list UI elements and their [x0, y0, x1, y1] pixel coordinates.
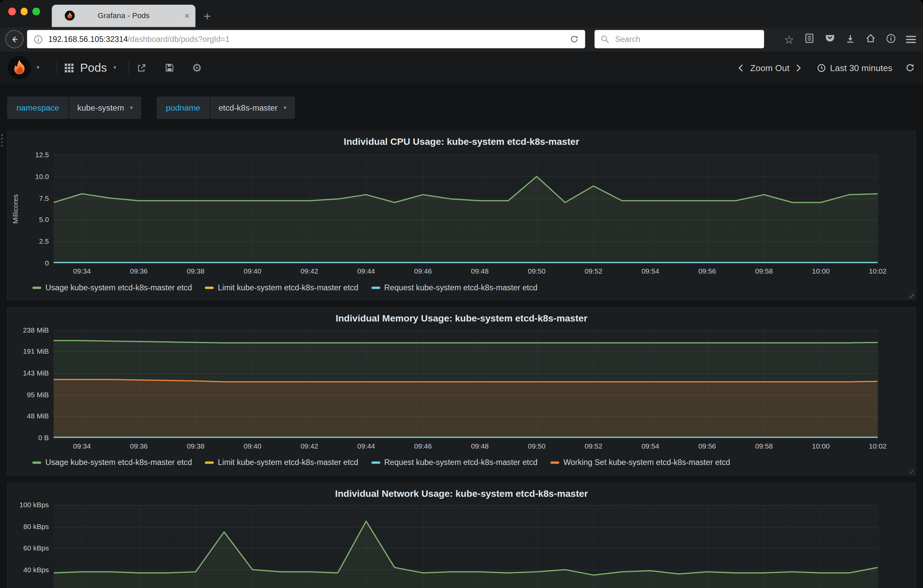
time-pan-left-button[interactable]: [734, 63, 747, 72]
legend-series-color: [371, 461, 380, 464]
legend-item[interactable]: Limit kube-system etcd-k8s-master etcd: [205, 458, 358, 467]
y-tick-label: 0: [12, 259, 49, 267]
chevron-down-icon: ▾: [36, 65, 39, 71]
share-dashboard-button[interactable]: [136, 52, 146, 84]
navbar-divider: [56, 61, 57, 75]
save-dashboard-button[interactable]: [165, 52, 174, 84]
dashboard-settings-button[interactable]: ⚙: [192, 52, 202, 84]
chart-canvas: [54, 505, 878, 588]
x-tick-label: 09:44: [357, 267, 375, 275]
panel-title[interactable]: Individual CPU Usage: kube-system etcd-k…: [8, 136, 915, 147]
chart-plot-area[interactable]: 100 kBps80 kBps60 kBps40 kBps09:3409:360…: [54, 505, 878, 588]
close-window-button[interactable]: [8, 8, 16, 15]
y-tick-label: 95 MiB: [12, 391, 49, 399]
x-tick-label: 09:34: [73, 442, 91, 450]
legend-item[interactable]: Usage kube-system etcd-k8s-master etcd: [33, 283, 192, 292]
x-tick-label: 10:02: [869, 442, 887, 450]
legend-series-color: [205, 461, 214, 464]
panel-memory: Individual Memory Usage: kube-system etc…: [7, 308, 916, 476]
legend-item[interactable]: Working Set kube-system etcd-k8s-master …: [550, 458, 730, 467]
x-tick-label: 09:54: [642, 267, 659, 275]
grafana-navbar: ▾ Pods ▾ ⚙ Zoom Out: [0, 52, 923, 85]
browser-window: Grafana - Pods × + 192.168.56.105:32314/…: [0, 0, 923, 588]
y-tick-label: 143 MiB: [12, 369, 49, 377]
search-input[interactable]: [614, 34, 764, 44]
dashboard-grid-icon: [65, 63, 74, 72]
panel-resize-handle[interactable]: [907, 291, 914, 298]
legend-series-color: [33, 461, 41, 464]
time-pan-right-button[interactable]: [792, 63, 805, 72]
grid-line-vertical: [878, 330, 879, 438]
chevron-down-icon: ▾: [130, 105, 133, 111]
legend-label: Usage kube-system etcd-k8s-master etcd: [45, 283, 192, 292]
bookmark-star-icon[interactable]: ☆: [784, 34, 794, 45]
toolbar-icons: ☆: [784, 27, 916, 52]
panel-title[interactable]: Individual Network Usage: kube-system et…: [8, 488, 915, 499]
menu-icon[interactable]: [906, 34, 916, 44]
x-tick-label: 09:56: [698, 267, 716, 275]
x-tick-label: 09:40: [243, 267, 261, 275]
x-tick-label: 09:42: [301, 442, 318, 450]
legend-label: Working Set kube-system etcd-k8s-master …: [563, 458, 730, 467]
x-tick-label: 09:52: [585, 442, 603, 450]
panel-network: Individual Network Usage: kube-system et…: [7, 483, 916, 588]
time-range-button[interactable]: Last 30 minutes: [817, 63, 892, 73]
search-bar[interactable]: [595, 30, 764, 48]
y-tick-label: 60 kBps: [12, 544, 49, 552]
y-tick-label: 40 kBps: [12, 565, 49, 574]
y-tick-label: 2.5: [12, 237, 49, 246]
panel-cpu: Individual CPU Usage: kube-system etcd-k…: [7, 131, 916, 300]
panel-resize-handle[interactable]: [907, 466, 914, 474]
legend-item[interactable]: Usage kube-system etcd-k8s-master etcd: [33, 458, 192, 467]
variable-podname: podname etcd-k8s-master ▾: [156, 97, 294, 119]
y-tick-label: 10.0: [12, 172, 49, 181]
variable-value-namespace[interactable]: kube-system ▾: [69, 97, 141, 119]
new-tab-button[interactable]: +: [204, 10, 211, 23]
minimize-window-button[interactable]: [20, 8, 28, 15]
grid-line-horizontal: [54, 438, 878, 439]
grafana-logo[interactable]: ▾: [8, 56, 39, 79]
refresh-button[interactable]: [905, 63, 915, 72]
browser-toolbar: 192.168.56.105:32314/dashboard/db/pods?o…: [0, 27, 923, 52]
variable-value-text: etcd-k8s-master: [218, 103, 278, 112]
legend-series-color: [550, 461, 559, 464]
zoom-out-button[interactable]: Zoom Out: [748, 63, 792, 73]
chart-plot-area[interactable]: 238 MiB191 MiB143 MiB95 MiB48 MiB0 B09:3…: [54, 330, 878, 438]
x-tick-label: 09:36: [130, 267, 148, 275]
legend-item[interactable]: Request kube-system etcd-k8s-master etcd: [371, 458, 538, 467]
reload-icon[interactable]: [570, 35, 578, 44]
info-circle-icon[interactable]: [886, 33, 896, 46]
browser-tab[interactable]: Grafana - Pods ×: [52, 5, 195, 27]
home-icon[interactable]: [866, 33, 876, 46]
chart-plot-area[interactable]: 12.510.07.55.02.5009:3409:3609:3809:4009…: [54, 155, 878, 263]
legend-series-color: [205, 286, 214, 288]
navbar-divider: [128, 61, 129, 75]
series-line: [54, 341, 878, 343]
grid-line-horizontal: [54, 263, 878, 264]
dashboard-title: Pods: [80, 61, 107, 74]
fullscreen-window-button[interactable]: [33, 8, 40, 15]
legend-label: Limit kube-system etcd-k8s-master etcd: [218, 283, 358, 292]
variable-label-podname: podname: [156, 97, 210, 119]
reading-list-icon[interactable]: [804, 33, 815, 46]
page-info-icon[interactable]: [34, 34, 43, 44]
tab-close-icon[interactable]: ×: [184, 10, 189, 21]
panel-drag-handle[interactable]: [2, 134, 3, 146]
x-tick-label: 09:38: [187, 442, 205, 450]
legend-item[interactable]: Limit kube-system etcd-k8s-master etcd: [205, 283, 358, 292]
x-tick-label: 09:48: [471, 442, 489, 450]
panel-title[interactable]: Individual Memory Usage: kube-system etc…: [8, 313, 915, 324]
back-button[interactable]: [5, 30, 23, 48]
dashboard-picker[interactable]: Pods ▾: [65, 52, 117, 84]
pocket-icon[interactable]: [825, 33, 836, 46]
time-controls: Zoom Out Last 30 minutes: [734, 52, 915, 84]
x-tick-label: 09:52: [585, 267, 603, 275]
legend-series-color: [33, 286, 41, 288]
series-line: [54, 521, 878, 575]
url-bar[interactable]: 192.168.56.105:32314/dashboard/db/pods?o…: [27, 30, 585, 48]
downloads-icon[interactable]: [845, 33, 855, 46]
variable-value-podname[interactable]: etcd-k8s-master ▾: [210, 97, 295, 119]
x-tick-label: 09:58: [755, 442, 773, 450]
legend-item[interactable]: Request kube-system etcd-k8s-master etcd: [371, 283, 538, 292]
search-icon: [600, 35, 609, 44]
